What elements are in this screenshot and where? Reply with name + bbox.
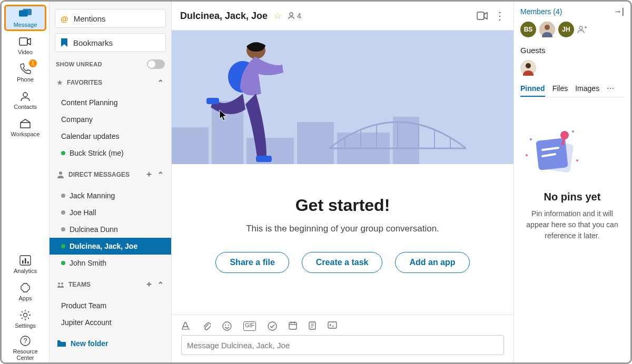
list-item[interactable]: Product Team <box>55 297 166 314</box>
star-outline-icon[interactable]: ☆ <box>274 11 281 21</box>
calendar-icon[interactable] <box>289 321 297 331</box>
collapse-panel-icon[interactable]: →| <box>614 7 624 16</box>
get-started: Get started! This is the beginning of yo… <box>172 164 514 315</box>
folder-icon <box>57 340 66 347</box>
new-folder-label: New folder <box>71 339 108 348</box>
rail-label: Workspace <box>11 131 40 137</box>
favorites-title: FAVORITES <box>67 79 102 86</box>
share-file-button[interactable]: Share a file <box>215 252 289 273</box>
conversation-main: Dulcinea, Jack, Joe ☆ 4 ⋮ <box>172 2 514 362</box>
svg-point-54 <box>526 154 528 156</box>
section-favorites: ★ FAVORITES ⌃ <box>55 76 166 89</box>
guest-avatar[interactable] <box>520 60 536 76</box>
svg-rect-7 <box>27 261 29 264</box>
list-item[interactable]: Buck Strick (me) <box>55 145 166 161</box>
svg-point-34 <box>268 322 276 330</box>
list-item[interactable]: Dulcinea Dunn <box>55 221 166 238</box>
details-panel: Members (4) →| BS JH Guests Pinned Files… <box>514 2 630 362</box>
get-started-subtitle: This is the beginning of your group conv… <box>187 224 498 234</box>
conversation-title: Dulcinea, Jack, Joe <box>180 11 268 22</box>
tab-images[interactable]: Images <box>575 81 599 97</box>
svg-point-3 <box>23 93 27 97</box>
svg-rect-26 <box>206 98 219 104</box>
create-task-button[interactable]: Create a task <box>302 252 383 273</box>
rail-item-settings[interactable]: Settings <box>4 306 46 332</box>
rail-item-phone[interactable]: 1 Phone <box>4 59 46 86</box>
attach-icon[interactable] <box>202 321 211 331</box>
add-app-button[interactable]: Add an app <box>395 252 469 273</box>
chevron-up-icon[interactable]: ⌃ <box>157 170 164 179</box>
members-link[interactable]: Members (4) <box>520 7 562 16</box>
rail-item-workspace[interactable]: Workspace <box>4 114 46 140</box>
show-unread-label: SHOW UNREAD <box>56 61 102 67</box>
rail-label: Settings <box>15 322 36 329</box>
presence-dot <box>61 151 65 155</box>
list-item[interactable]: Joe Hall <box>55 204 166 221</box>
rail-item-apps[interactable]: Apps <box>4 278 46 305</box>
add-member-icon[interactable] <box>577 25 587 34</box>
list-item[interactable]: Company <box>55 111 166 128</box>
svg-rect-15 <box>477 12 484 19</box>
phone-badge: 1 <box>29 59 37 67</box>
more-icon[interactable]: ⋮ <box>495 9 505 22</box>
svg-rect-35 <box>289 322 297 329</box>
chevron-up-icon[interactable]: ⌃ <box>157 280 164 289</box>
avatar[interactable]: JH <box>558 22 574 37</box>
list-item[interactable]: Jupiter Account <box>55 314 166 331</box>
add-team-button[interactable]: ＋ <box>145 279 153 290</box>
presence-dot <box>61 210 65 215</box>
rail-label: Message <box>14 22 37 28</box>
list-item-selected[interactable]: Dulcinea, Jack, Joe <box>50 238 171 255</box>
list-item[interactable]: Jack Manning <box>55 187 166 204</box>
avatar[interactable]: BS <box>520 22 536 37</box>
rail-item-video[interactable]: Video <box>4 32 46 58</box>
font-icon[interactable] <box>181 321 191 331</box>
tab-files[interactable]: Files <box>552 81 568 97</box>
rail-item-analytics[interactable]: Analytics <box>4 251 46 277</box>
section-direct-messages: DIRECT MESSAGES ＋ ⌃ <box>55 167 166 182</box>
svg-point-47 <box>579 26 582 29</box>
pins-empty-subtitle: Pin information and it will appear here … <box>520 208 624 241</box>
svg-point-52 <box>530 138 532 140</box>
add-dm-button[interactable]: ＋ <box>145 169 153 180</box>
contacts-icon <box>19 90 32 103</box>
list-item[interactable]: John Smith <box>55 255 166 271</box>
message-composer: GIF <box>172 315 514 362</box>
member-avatars: BS JH <box>520 22 624 37</box>
list-item[interactable]: Calendar updates <box>55 128 166 145</box>
message-input[interactable] <box>181 335 504 355</box>
rail-item-contacts[interactable]: Contacts <box>4 87 46 113</box>
participant-count[interactable]: 4 <box>288 12 301 20</box>
rail-item-message[interactable]: Message <box>4 5 46 31</box>
apps-icon <box>19 281 32 294</box>
svg-point-33 <box>228 325 229 326</box>
pins-empty-state: No pins yet Pin information and it will … <box>520 103 624 241</box>
presence-dot <box>61 244 65 248</box>
rail-label: Contacts <box>14 104 36 110</box>
message-icon <box>19 8 32 21</box>
mentions-link[interactable]: @ Mentions <box>55 9 166 28</box>
workspace-icon <box>19 117 32 130</box>
gif-icon[interactable]: GIF <box>243 321 256 331</box>
svg-point-51 <box>526 63 531 68</box>
task-icon[interactable] <box>268 321 277 331</box>
tab-more-icon[interactable]: ⋯ <box>607 81 614 97</box>
new-folder-button[interactable]: New folder <box>55 336 166 351</box>
avatar[interactable] <box>539 22 555 37</box>
show-unread-toggle[interactable] <box>147 59 165 69</box>
dm-list: Jack Manning Joe Hall Dulcinea Dunn Dulc… <box>55 187 166 271</box>
tab-pinned[interactable]: Pinned <box>520 81 545 97</box>
start-video-icon[interactable] <box>477 12 488 20</box>
bookmarks-link[interactable]: Bookmarks <box>55 33 166 52</box>
note-icon[interactable] <box>309 321 316 331</box>
chevron-up-icon[interactable]: ⌃ <box>157 78 164 87</box>
star-icon: ★ <box>57 79 63 86</box>
code-icon[interactable] <box>328 321 337 331</box>
emoji-icon[interactable] <box>222 321 232 331</box>
rail-item-resource-center[interactable]: ? Resource Center <box>4 333 46 362</box>
list-item[interactable]: Content Planning <box>55 94 166 111</box>
svg-rect-6 <box>25 258 26 264</box>
rail-label: Resource Center <box>4 348 46 361</box>
favorites-list: Content Planning Company Calendar update… <box>55 94 166 161</box>
presence-dot <box>61 261 65 265</box>
